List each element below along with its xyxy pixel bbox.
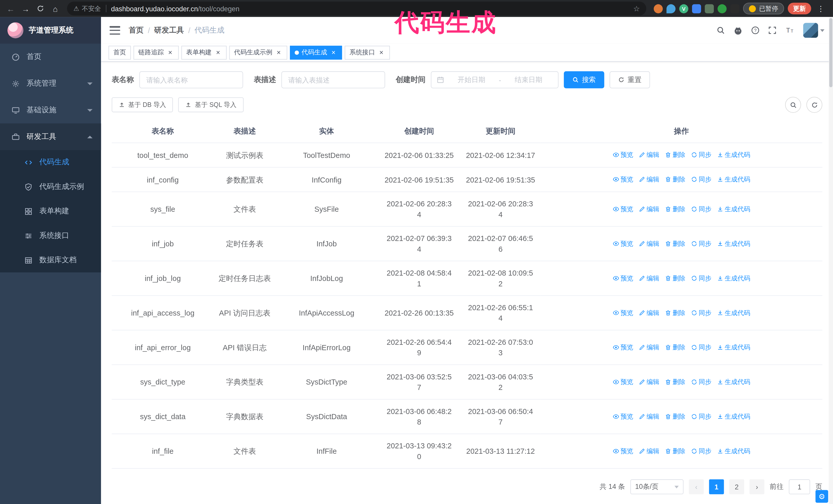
row-action-generate[interactable]: 生成代码 — [717, 376, 750, 387]
search-button[interactable]: 搜索 — [564, 71, 604, 88]
row-action-preview[interactable]: 预览 — [613, 238, 633, 249]
reset-button[interactable]: 重置 — [610, 71, 650, 88]
page-button-1[interactable]: 1 — [709, 479, 724, 494]
row-action-edit[interactable]: 编辑 — [639, 411, 659, 422]
tab-form-builder[interactable]: 表单构建× — [182, 45, 227, 59]
tab-api[interactable]: 系统接口× — [345, 45, 390, 59]
sidebar-item-devtools[interactable]: 研发工具 — [0, 123, 101, 150]
row-action-edit[interactable]: 编辑 — [639, 203, 659, 214]
row-action-generate[interactable]: 生成代码 — [717, 174, 750, 185]
row-action-sync[interactable]: 同步 — [691, 238, 712, 249]
row-action-edit[interactable]: 编辑 — [639, 307, 659, 318]
extension-icon[interactable] — [718, 4, 727, 13]
row-action-edit[interactable]: 编辑 — [639, 174, 659, 185]
row-action-edit[interactable]: 编辑 — [639, 376, 659, 387]
breadcrumb-home[interactable]: 首页 — [129, 26, 144, 35]
scrollbar-thumb[interactable] — [829, 18, 832, 88]
row-action-preview[interactable]: 预览 — [613, 411, 633, 422]
row-action-generate[interactable]: 生成代码 — [717, 273, 750, 284]
row-action-preview[interactable]: 预览 — [613, 203, 633, 214]
github-icon[interactable] — [734, 26, 742, 35]
sidebar-item-codegen[interactable]: 代码生成 — [0, 150, 101, 174]
row-action-preview[interactable]: 预览 — [613, 446, 633, 456]
sidebar-item-infra[interactable]: 基础设施 — [0, 97, 101, 124]
extension-icon[interactable] — [666, 4, 675, 13]
row-action-sync[interactable]: 同步 — [691, 307, 712, 318]
prev-page-button[interactable]: ‹ — [689, 479, 704, 494]
user-menu[interactable] — [803, 23, 825, 38]
table-name-input[interactable] — [139, 71, 243, 88]
page-button-2[interactable]: 2 — [729, 479, 744, 494]
row-action-delete[interactable]: 删除 — [665, 273, 685, 284]
bookmark-star-icon[interactable]: ☆ — [633, 4, 640, 13]
tab-close-icon[interactable]: × — [330, 49, 337, 56]
fullscreen-icon[interactable] — [768, 26, 777, 34]
back-icon[interactable]: ← — [4, 2, 17, 15]
row-action-delete[interactable]: 删除 — [665, 307, 685, 318]
forward-icon[interactable]: → — [19, 2, 32, 15]
sidebar-item-system[interactable]: 系统管理 — [0, 70, 101, 97]
row-action-generate[interactable]: 生成代码 — [717, 149, 750, 160]
row-action-preview[interactable]: 预览 — [613, 149, 633, 160]
row-action-generate[interactable]: 生成代码 — [717, 203, 750, 214]
tab-link-trace[interactable]: 链路追踪× — [134, 45, 178, 59]
tampermonkey-icon[interactable] — [730, 4, 739, 13]
date-range-picker[interactable]: 开始日期 - 结束日期 — [431, 71, 558, 88]
home-icon[interactable]: ⌂ — [49, 2, 62, 15]
goto-page-input[interactable] — [789, 479, 810, 494]
extension-icon[interactable] — [692, 4, 701, 13]
toggle-search-icon[interactable] — [785, 97, 801, 113]
row-action-preview[interactable]: 预览 — [613, 307, 633, 318]
settings-button[interactable]: ⚙ — [815, 490, 828, 503]
update-chrome-button[interactable]: 更新 — [788, 3, 811, 14]
row-action-preview[interactable]: 预览 — [613, 174, 633, 185]
tab-home[interactable]: 首页 — [109, 45, 131, 59]
row-action-preview[interactable]: 预览 — [613, 376, 633, 387]
row-action-sync[interactable]: 同步 — [691, 376, 712, 387]
sidebar-item-api[interactable]: 系统接口 — [0, 223, 101, 248]
sidebar-item-db-doc[interactable]: 数据库文档 — [0, 248, 101, 272]
row-action-edit[interactable]: 编辑 — [639, 238, 659, 249]
chrome-menu-icon[interactable]: ⋮ — [815, 4, 827, 13]
hamburger-icon[interactable] — [110, 26, 120, 34]
sidebar-item-form-builder[interactable]: 表单构建 — [0, 199, 101, 223]
font-size-icon[interactable]: TT — [785, 26, 794, 34]
tab-close-icon[interactable]: × — [167, 49, 174, 56]
row-action-sync[interactable]: 同步 — [691, 342, 712, 353]
table-desc-input[interactable] — [281, 71, 385, 88]
row-action-edit[interactable]: 编辑 — [639, 273, 659, 284]
row-action-sync[interactable]: 同步 — [691, 203, 712, 214]
tab-close-icon[interactable]: × — [275, 49, 282, 56]
refresh-table-icon[interactable] — [806, 97, 822, 113]
row-action-generate[interactable]: 生成代码 — [717, 411, 750, 422]
logo[interactable]: 芋道管理系统 — [0, 17, 101, 44]
row-action-delete[interactable]: 删除 — [665, 376, 685, 387]
row-action-edit[interactable]: 编辑 — [639, 149, 659, 160]
row-action-preview[interactable]: 预览 — [613, 342, 633, 353]
extension-icon[interactable] — [705, 4, 714, 13]
vue-devtools-icon[interactable]: V — [679, 4, 688, 13]
row-action-delete[interactable]: 删除 — [665, 238, 685, 249]
extension-icon[interactable] — [654, 4, 663, 13]
address-bar[interactable]: ⚠ 不安全 dashboard.yudao.iocoder.cn/tool/co… — [67, 2, 646, 16]
row-action-generate[interactable]: 生成代码 — [717, 446, 750, 456]
breadcrumb-devtools[interactable]: 研发工具 — [154, 26, 184, 35]
tab-close-icon[interactable]: × — [378, 49, 385, 56]
row-action-sync[interactable]: 同步 — [691, 411, 712, 422]
reload-icon[interactable] — [34, 2, 47, 15]
import-sql-button[interactable]: 基于 SQL 导入 — [178, 97, 243, 112]
row-action-generate[interactable]: 生成代码 — [717, 238, 750, 249]
import-db-button[interactable]: 基于 DB 导入 — [112, 97, 173, 112]
row-action-preview[interactable]: 预览 — [613, 273, 633, 284]
row-action-delete[interactable]: 删除 — [665, 174, 685, 185]
row-action-edit[interactable]: 编辑 — [639, 446, 659, 456]
question-icon[interactable]: ? — [751, 26, 759, 34]
row-action-generate[interactable]: 生成代码 — [717, 342, 750, 353]
row-action-sync[interactable]: 同步 — [691, 273, 712, 284]
row-action-delete[interactable]: 删除 — [665, 203, 685, 214]
tab-codegen-example[interactable]: 代码生成示例× — [229, 45, 287, 59]
tab-codegen[interactable]: 代码生成× — [290, 45, 342, 59]
next-page-button[interactable]: › — [749, 479, 764, 494]
row-action-sync[interactable]: 同步 — [691, 446, 712, 456]
row-action-delete[interactable]: 删除 — [665, 411, 685, 422]
